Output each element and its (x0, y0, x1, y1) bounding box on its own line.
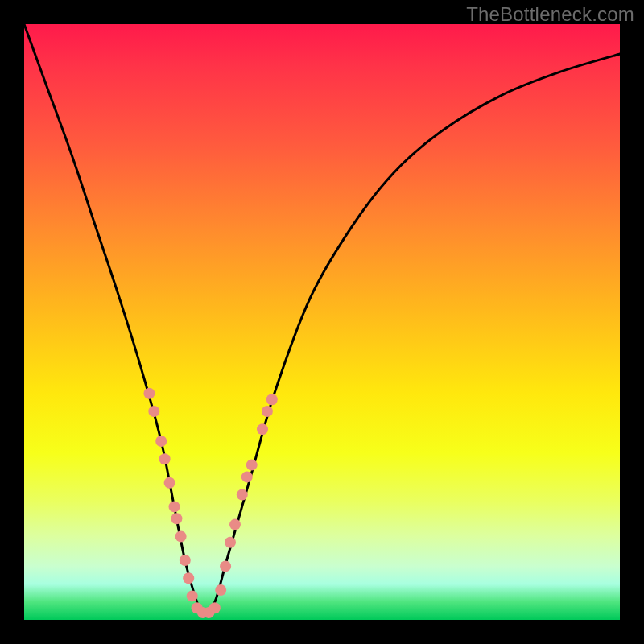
data-marker (164, 477, 175, 489)
data-marker (215, 584, 226, 596)
chart-plot-area (24, 24, 620, 620)
data-marker (237, 489, 248, 501)
data-marker (171, 513, 182, 524)
data-marker (187, 590, 198, 601)
chart-svg (24, 24, 620, 620)
data-marker (159, 453, 171, 464)
data-marker (209, 602, 221, 613)
curve-layer (24, 24, 620, 614)
data-marker (143, 388, 155, 399)
data-marker (242, 471, 253, 482)
data-marker (225, 537, 236, 548)
data-marker (175, 530, 187, 542)
data-marker (183, 572, 194, 584)
data-marker (220, 560, 231, 572)
data-marker (262, 406, 273, 417)
bottleneck-curve (24, 24, 620, 614)
data-marker (266, 394, 278, 405)
data-marker (155, 436, 167, 447)
data-marker (180, 555, 191, 566)
data-marker (148, 406, 159, 417)
data-marker (229, 519, 241, 530)
data-marker (169, 501, 180, 512)
marker-layer (143, 388, 277, 618)
data-marker (246, 460, 258, 471)
data-marker (257, 423, 268, 435)
watermark-text: TheBottleneck.com (466, 3, 634, 26)
chart-frame: TheBottleneck.com (0, 0, 644, 644)
